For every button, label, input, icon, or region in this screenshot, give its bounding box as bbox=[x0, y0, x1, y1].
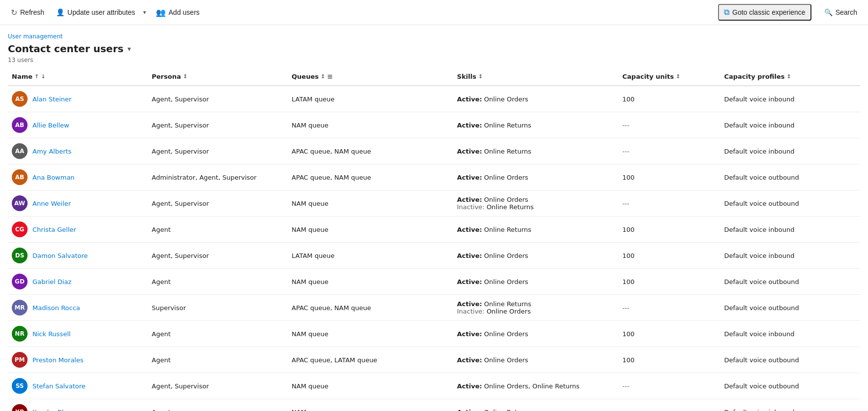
goto-classic-label: Goto classic experience bbox=[732, 8, 806, 16]
add-users-icon: 👥 bbox=[156, 8, 166, 17]
table-row: GD Gabriel Diaz Agent NAM queue Active: … bbox=[8, 269, 860, 295]
cell-skills: Active: Online Orders bbox=[453, 321, 618, 347]
user-name-link[interactable]: Alan Steiner bbox=[32, 95, 71, 103]
cell-skills: Active: Online Orders bbox=[453, 347, 618, 373]
skill-active-value: Online Returns bbox=[484, 122, 531, 129]
search-button[interactable]: 🔍 Search bbox=[819, 5, 862, 19]
page-title-row: Contact center users ▾ bbox=[8, 43, 860, 55]
user-name-link[interactable]: Ana Bowman bbox=[32, 174, 75, 181]
user-name-link[interactable]: Amy Alberts bbox=[32, 148, 71, 155]
user-name-link[interactable]: Damon Salvatore bbox=[32, 252, 88, 259]
cell-capacity-profiles: Default voice inbound bbox=[720, 138, 860, 164]
user-name-link[interactable]: Xander Bly bbox=[32, 409, 67, 411]
cell-persona: Agent bbox=[148, 217, 288, 243]
user-name-link[interactable]: Nick Russell bbox=[32, 330, 71, 338]
cell-capacity-profiles: Default voice inbound bbox=[720, 243, 860, 269]
cell-capacity-profiles: Default voice inbound bbox=[720, 112, 860, 138]
col-persona-label: Persona bbox=[152, 73, 181, 80]
cell-skills: Active: Online Returns bbox=[453, 112, 618, 138]
cell-skills: Active: Online Orders bbox=[453, 243, 618, 269]
cell-capacity-units: 100 bbox=[619, 269, 720, 295]
skill-active-label: Active: bbox=[457, 122, 482, 129]
cell-skills: Active: Online ReturnsInactive: Online O… bbox=[453, 295, 618, 321]
cell-queues: NAM queue bbox=[288, 321, 453, 347]
table-body: AS Alan Steiner Agent, Supervisor LATAM … bbox=[8, 86, 860, 411]
col-header-capacity-profiles[interactable]: Capacity profiles ↕ bbox=[720, 67, 860, 86]
cell-capacity-profiles: Default voice inbound bbox=[720, 217, 860, 243]
cell-queues: NAM queue bbox=[288, 112, 453, 138]
cell-persona: Agent bbox=[148, 347, 288, 373]
breadcrumb[interactable]: User management bbox=[8, 33, 860, 40]
sort-asc-icon: ↑ bbox=[34, 73, 39, 80]
cell-queues: NAM queue bbox=[288, 373, 453, 399]
user-name-link[interactable]: Gabriel Diaz bbox=[32, 278, 71, 285]
update-user-attributes-dropdown[interactable]: ▾ bbox=[140, 6, 149, 19]
update-user-attributes-label: Update user attributes bbox=[67, 8, 135, 16]
cell-name: AW Anne Weiler bbox=[8, 190, 148, 217]
queues-filter-icon[interactable]: ≡ bbox=[327, 72, 333, 80]
skill-active-value: Online Returns bbox=[484, 148, 531, 155]
skill-active-label: Active: bbox=[457, 356, 482, 364]
refresh-button[interactable]: ↻ Refresh bbox=[6, 5, 49, 20]
col-header-queues[interactable]: Queues ↕ ≡ bbox=[288, 67, 453, 86]
avatar: PM bbox=[12, 352, 28, 368]
page-title: Contact center users bbox=[8, 43, 123, 55]
skill-active-value: Online Orders bbox=[484, 278, 528, 285]
persona-sort-icon: ↕ bbox=[183, 73, 187, 80]
queues-sort-icon: ↕ bbox=[321, 73, 325, 80]
update-user-attributes-button[interactable]: 👤 Update user attributes bbox=[51, 5, 140, 19]
col-header-name[interactable]: Name ↑ ↓ bbox=[8, 67, 148, 86]
col-header-persona[interactable]: Persona ↕ bbox=[148, 67, 288, 86]
skill-active-value: Online Returns bbox=[484, 409, 531, 411]
col-capacity-profiles-label: Capacity profiles bbox=[724, 73, 784, 80]
table-row: DS Damon Salvatore Agent, Supervisor LAT… bbox=[8, 243, 860, 269]
user-name-link[interactable]: Preston Morales bbox=[32, 356, 84, 364]
skill-active-label: Active: bbox=[457, 382, 482, 390]
avatar: AW bbox=[12, 195, 28, 211]
col-header-capacity-units[interactable]: Capacity units ↕ bbox=[619, 67, 720, 86]
user-name-link[interactable]: Christa Geller bbox=[32, 226, 76, 233]
skill-inactive-value: Online Orders bbox=[486, 308, 531, 315]
avatar: GD bbox=[12, 274, 28, 289]
add-users-button[interactable]: 👥 Add users bbox=[151, 5, 205, 20]
goto-classic-button[interactable]: ⧉ Goto classic experience bbox=[718, 4, 811, 21]
cell-queues: APAC queue, NAM queue bbox=[288, 164, 453, 190]
search-label: Search bbox=[836, 8, 857, 16]
avatar: AB bbox=[12, 169, 28, 185]
user-name-link[interactable]: Allie Bellew bbox=[32, 122, 69, 129]
toolbar-right: ⧉ Goto classic experience 🔍 Search bbox=[718, 4, 862, 21]
col-header-skills[interactable]: Skills ↕ bbox=[453, 67, 618, 86]
cell-persona: Agent, Supervisor bbox=[148, 138, 288, 164]
skill-active-label: Active: bbox=[457, 174, 482, 181]
cell-name: NR Nick Russell bbox=[8, 321, 148, 347]
skill-active-value: Online Orders bbox=[484, 252, 528, 259]
cell-persona: Agent bbox=[148, 399, 288, 411]
skills-sort-icon: ↕ bbox=[478, 73, 482, 80]
cell-queues: NAM queue bbox=[288, 269, 453, 295]
cell-capacity-units: 100 bbox=[619, 164, 720, 190]
cell-capacity-units: 100 bbox=[619, 217, 720, 243]
cell-capacity-units: --- bbox=[619, 399, 720, 411]
col-queues-label: Queues bbox=[292, 73, 319, 80]
title-chevron-down-icon[interactable]: ▾ bbox=[127, 45, 131, 53]
cell-name: AS Alan Steiner bbox=[8, 86, 148, 112]
table-row: SS Stefan Salvatore Agent, Supervisor NA… bbox=[8, 373, 860, 399]
cell-skills: Active: Online OrdersInactive: Online Re… bbox=[453, 190, 618, 217]
cell-capacity-units: --- bbox=[619, 190, 720, 217]
user-name-link[interactable]: Stefan Salvatore bbox=[32, 382, 86, 390]
cell-persona: Supervisor bbox=[148, 295, 288, 321]
user-name-link[interactable]: Madison Rocca bbox=[32, 304, 80, 312]
col-name-label: Name bbox=[12, 73, 32, 80]
skill-active-label: Active: bbox=[457, 252, 482, 259]
cell-name: AB Ana Bowman bbox=[8, 164, 148, 190]
cell-capacity-units: --- bbox=[619, 138, 720, 164]
user-name-link[interactable]: Anne Weiler bbox=[32, 200, 71, 207]
skill-active-value: Online Returns bbox=[484, 300, 531, 308]
cell-name: PM Preston Morales bbox=[8, 347, 148, 373]
avatar: MR bbox=[12, 300, 28, 316]
page-header: User management Contact center users ▾ 1… bbox=[0, 25, 868, 67]
cell-queues: NAM queue bbox=[288, 190, 453, 217]
cell-persona: Administrator, Agent, Supervisor bbox=[148, 164, 288, 190]
table-header: Name ↑ ↓ Persona ↕ Queues ↕ ≡ bbox=[8, 67, 860, 86]
skill-active-label: Active: bbox=[457, 95, 482, 103]
